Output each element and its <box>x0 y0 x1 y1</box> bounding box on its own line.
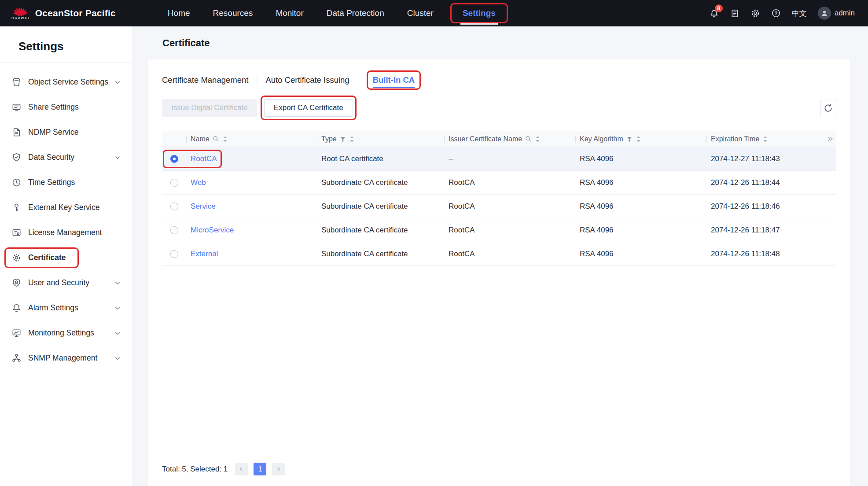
refresh-icon <box>824 103 833 113</box>
nav-item-home[interactable]: Home <box>168 8 190 18</box>
column-settings-icon[interactable] <box>827 136 834 142</box>
task-log-button[interactable] <box>730 9 739 18</box>
help-button[interactable]: ? <box>771 8 781 18</box>
key-algorithm: RSA 4096 <box>575 178 706 187</box>
header-name: Name <box>186 131 317 147</box>
certificate-type: Subordinate CA certificate <box>317 178 444 187</box>
sidebar-item-alarm-settings[interactable]: Alarm Settings <box>0 295 132 320</box>
sidebar-item-share-settings[interactable]: Share Settings <box>0 95 132 120</box>
shield-check-icon <box>11 152 22 162</box>
sort-icon[interactable] <box>222 136 228 143</box>
tab-auto-certificate-issuing[interactable]: Auto Certificate Issuing <box>265 75 349 85</box>
row-radio[interactable] <box>170 250 178 258</box>
huawei-flower-icon <box>14 7 27 16</box>
row-radio[interactable] <box>170 155 178 163</box>
sidebar-item-label: SNMP Management <box>28 353 97 363</box>
avatar <box>818 7 831 20</box>
expiration-time: 2074-12-27 11:18:43 <box>706 155 836 163</box>
sidebar-item-ndmp-service[interactable]: NDMP Service <box>0 120 132 145</box>
system-settings-button[interactable] <box>750 8 760 18</box>
chevron-left-icon <box>239 467 244 471</box>
sidebar-title: Settings <box>0 26 132 63</box>
sidebar-item-label: External Key Service <box>28 203 99 212</box>
export-annotation-box: Export CA Certificate <box>261 96 357 120</box>
sidebar-item-label: User and Security <box>28 278 89 287</box>
table-row[interactable]: MicroService Subordinate CA certificate … <box>162 218 836 242</box>
sidebar-item-license-management[interactable]: License Management <box>0 220 132 245</box>
nav-item-resources[interactable]: Resources <box>213 8 253 18</box>
certificate-name-link[interactable]: RootCA <box>191 155 217 163</box>
bucket-icon <box>11 77 22 87</box>
header-expiration-label: Expiration Time <box>711 135 759 143</box>
certificate-tabs: Certificate Management Auto Certificate … <box>162 67 836 93</box>
header-key-algorithm: Key Algorithm <box>575 131 706 147</box>
key-algorithm: RSA 4096 <box>575 202 706 211</box>
sidebar-item-data-security[interactable]: Data Security <box>0 145 132 170</box>
nav-item-monitor[interactable]: Monitor <box>276 8 303 18</box>
certificate-name-link[interactable]: Web <box>191 178 206 187</box>
search-icon[interactable] <box>213 136 219 142</box>
export-ca-certificate-button[interactable]: Export CA Certificate <box>264 99 353 117</box>
certificate-name-link[interactable]: Service <box>191 202 216 210</box>
certificate-type: Subordinate CA certificate <box>317 202 444 211</box>
sort-icon[interactable] <box>762 136 768 143</box>
nav-item-settings[interactable]: Settings <box>463 8 496 18</box>
sidebar-item-label: Alarm Settings <box>28 303 78 313</box>
top-navigation: Home Resources Monitor Data Protection C… <box>168 0 502 26</box>
filter-icon[interactable] <box>626 136 633 142</box>
row-radio[interactable] <box>170 202 178 210</box>
chevron-right-icon <box>276 467 281 471</box>
certificate-name-link[interactable]: External <box>191 250 218 258</box>
tab-built-in-ca[interactable]: Built-In CA <box>373 75 415 88</box>
pagination-next-button[interactable] <box>272 463 285 475</box>
issue-digital-certificate-button[interactable]: Issue Digital Certificate <box>162 99 257 117</box>
sidebar-item-snmp-management[interactable]: SNMP Management <box>0 346 132 371</box>
sidebar-item-monitoring-settings[interactable]: Monitoring Settings <box>0 320 132 346</box>
header-expiration-time: Expiration Time <box>706 131 836 147</box>
monitor-chart-icon <box>11 328 22 338</box>
filter-icon[interactable] <box>340 136 346 142</box>
nav-item-cluster[interactable]: Cluster <box>407 8 434 18</box>
header-issuer-certificate-name: Issuer Certificate Name <box>444 131 575 147</box>
header-key-algorithm-label: Key Algorithm <box>580 135 623 143</box>
notifications-button[interactable]: 8 <box>709 8 719 18</box>
certificate-name-link[interactable]: MicroService <box>191 226 234 234</box>
sort-icon[interactable] <box>535 136 541 143</box>
page-title: Certificate <box>162 37 868 49</box>
network-nodes-icon <box>11 353 22 363</box>
expiration-time: 2074-12-26 11:18:47 <box>706 226 836 235</box>
user-icon <box>820 9 828 17</box>
search-icon[interactable] <box>525 136 532 142</box>
pagination-page-1[interactable]: 1 <box>254 463 266 475</box>
key-algorithm: RSA 4096 <box>575 155 706 163</box>
table-row[interactable]: Web Subordinate CA certificate RootCA RS… <box>162 171 836 195</box>
refresh-button[interactable] <box>820 100 836 116</box>
sort-icon[interactable] <box>636 136 641 143</box>
pagination-prev-button[interactable] <box>235 463 248 475</box>
row-radio[interactable] <box>170 179 178 187</box>
header-type: Type <box>317 131 444 147</box>
sidebar-item-time-settings[interactable]: Time Settings <box>0 170 132 195</box>
table-row[interactable]: Service Subordinate CA certificate RootC… <box>162 195 836 218</box>
certificates-table: Name Type <box>162 131 836 266</box>
nav-item-data-protection[interactable]: Data Protection <box>327 8 384 18</box>
settings-nav-annotation-box: Settings <box>450 3 508 23</box>
issuer-name: RootCA <box>444 202 575 211</box>
sidebar-item-external-key-service[interactable]: External Key Service <box>0 195 132 220</box>
sort-icon[interactable] <box>349 136 355 143</box>
table-row[interactable]: RootCA Root CA certificate -- RSA 4096 2… <box>162 147 836 171</box>
sidebar-item-label: Object Service Settings <box>28 77 108 87</box>
user-menu[interactable]: admin <box>818 7 855 20</box>
tab-separator <box>358 76 358 85</box>
sidebar-item-user-and-security[interactable]: User and Security <box>0 270 132 295</box>
tab-certificate-management[interactable]: Certificate Management <box>162 75 248 85</box>
huawei-logo: HUAWEI <box>11 7 29 20</box>
tab-separator <box>257 76 257 85</box>
language-switch[interactable]: 中文 <box>792 8 807 18</box>
table-row[interactable]: External Subordinate CA certificate Root… <box>162 242 836 266</box>
sidebar-item-certificate[interactable]: Certificate <box>0 245 132 270</box>
table-header-row: Name Type <box>162 131 836 147</box>
sidebar-item-object-service-settings[interactable]: Object Service Settings <box>0 70 132 95</box>
row-radio[interactable] <box>170 226 178 234</box>
top-bar: HUAWEI OceanStor Pacific Home Resources … <box>0 0 868 26</box>
